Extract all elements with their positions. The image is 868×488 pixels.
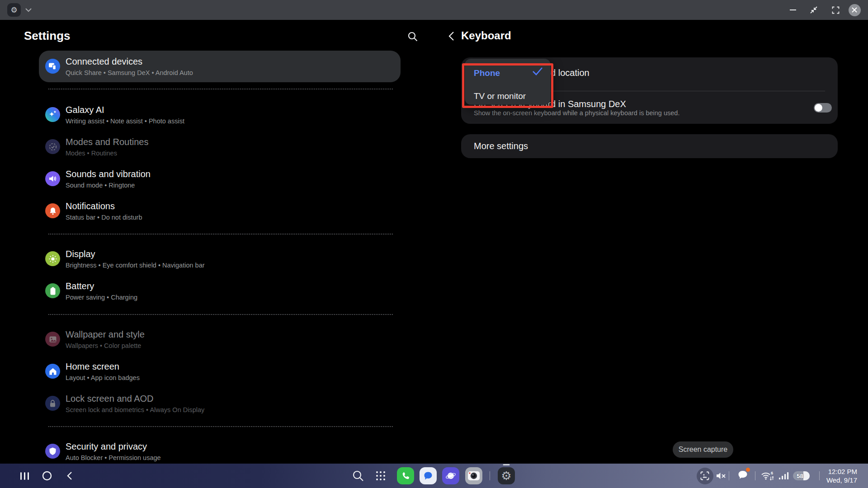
messages-app-icon[interactable]	[420, 467, 437, 484]
sidebar-item-modes-routines[interactable]: Modes and Routines Modes • Routines	[39, 131, 401, 163]
sidebar-item-galaxy-ai[interactable]: ✦✦ Galaxy AI Writing assist • Note assis…	[39, 99, 401, 131]
toggle-knob	[815, 104, 822, 112]
connected-devices-icon	[45, 59, 60, 74]
minimize-button[interactable]	[786, 0, 800, 20]
internet-app-icon[interactable]	[442, 467, 459, 484]
tray-screen-capture-button[interactable]	[696, 464, 713, 488]
item-subtitle: Auto Blocker • Permission usage	[66, 454, 161, 461]
sidebar-item-home-screen[interactable]: Home screen Layout • App icon badges	[39, 356, 401, 387]
item-subtitle: Brightness • Eye comfort shield • Naviga…	[66, 262, 205, 269]
item-subtitle: Power saving • Charging	[66, 294, 137, 301]
annotation-highlight-box	[462, 63, 553, 108]
speaker-icon	[45, 171, 60, 186]
sidebar-item-sounds-vibration[interactable]: Sounds and vibration Sound mode • Ringto…	[39, 163, 401, 195]
item-title: Home screen	[66, 361, 119, 372]
item-subtitle: Sound mode • Ringtone	[66, 182, 135, 189]
taskbar-separator	[490, 471, 490, 480]
item-subtitle: Status bar • Do not disturb	[66, 214, 142, 221]
item-title: Connected devices	[66, 56, 142, 67]
battery-indicator[interactable]: 58	[793, 471, 810, 480]
item-subtitle: Quick Share • Samsung DeX • Android Auto	[66, 69, 193, 76]
home-button[interactable]	[40, 464, 54, 488]
item-subtitle: Writing assist • Note assist • Photo ass…	[66, 117, 184, 125]
taskbar-search-button[interactable]	[349, 467, 367, 484]
recents-button[interactable]	[17, 464, 32, 488]
active-app-indicator	[503, 464, 510, 465]
back-icon	[66, 471, 72, 480]
home-icon	[45, 364, 60, 379]
item-title: Lock screen and AOD	[66, 394, 154, 404]
item-title: Security and privacy	[66, 441, 147, 452]
planet-icon	[445, 470, 456, 481]
tray-mute-button[interactable]	[714, 464, 728, 488]
gear-icon: ⚙	[501, 470, 511, 482]
item-title: Notifications	[66, 201, 115, 211]
recents-icon	[20, 472, 29, 480]
sidebar-item-security-privacy[interactable]: Security and privacy Auto Blocker • Perm…	[39, 436, 401, 467]
screen-capture-icon	[700, 471, 709, 480]
bell-icon	[45, 203, 60, 218]
detail-page-title: Keyboard	[461, 29, 511, 42]
item-subtitle: Layout • App icon badges	[66, 374, 140, 381]
samsung-dex-settings-window: ⚙	[0, 0, 868, 488]
clock[interactable]: 12:02 PM Wed, 9/17	[826, 467, 857, 484]
item-subtitle: Screen lock and biometrics • Always On D…	[66, 406, 204, 413]
divider	[48, 314, 393, 315]
taskbar: ⚙	[0, 464, 868, 488]
close-button[interactable]	[847, 0, 862, 20]
camera-app-icon[interactable]	[465, 467, 482, 484]
phone-app-icon[interactable]	[397, 467, 414, 484]
item-title: Wallpaper and style	[66, 329, 145, 340]
restore-window-button[interactable]	[807, 0, 821, 20]
sidebar-item-wallpaper-style[interactable]: Wallpaper and style Wallpapers • Color p…	[39, 324, 401, 355]
divider	[48, 234, 393, 235]
settings-app-icon[interactable]: ⚙	[7, 3, 21, 17]
wifi-6-icon: 6	[760, 470, 774, 481]
wifi-status[interactable]: 6	[760, 464, 775, 488]
tray-separator	[729, 471, 729, 480]
item-title: Modes and Routines	[66, 137, 148, 147]
tray-separator	[819, 471, 820, 480]
item-subtitle: Wallpapers • Color palette	[66, 342, 141, 349]
shield-icon	[45, 444, 60, 459]
back-nav-button[interactable]	[62, 464, 76, 488]
sidebar-item-display[interactable]: Display Brightness • Eye comfort shield …	[39, 243, 401, 275]
tray-separator	[755, 471, 755, 480]
titlebar-menu-chevron-icon[interactable]	[25, 8, 32, 12]
app-grid-icon	[376, 471, 385, 480]
signal-status[interactable]	[778, 464, 790, 488]
gear-icon: ⚙	[10, 6, 17, 14]
more-settings-label: More settings	[474, 134, 528, 158]
tray-chat-notification[interactable]	[735, 464, 751, 488]
onscreen-keyboard-dex-toggle[interactable]	[814, 103, 832, 113]
window-titlebar: ⚙	[0, 0, 868, 20]
phone-handset-icon	[401, 471, 410, 480]
app-grid-button[interactable]	[372, 467, 389, 484]
search-icon	[407, 31, 418, 42]
wallpaper-icon	[45, 332, 60, 347]
more-settings-card[interactable]: More settings	[461, 134, 838, 158]
camera-icon	[467, 470, 481, 482]
sun-icon	[45, 251, 60, 266]
battery-percent: 58	[793, 471, 807, 480]
item-title: Galaxy AI	[66, 105, 104, 115]
item-subtitle: Modes • Routines	[66, 150, 117, 157]
fullscreen-button[interactable]	[828, 0, 843, 20]
item-title: Sounds and vibration	[66, 169, 151, 179]
sidebar-item-battery[interactable]: Battery Power saving • Charging	[39, 275, 401, 307]
row-onscreen-keyboard-dex-subtitle: Show the on-screen keyboard while a phys…	[474, 109, 679, 117]
back-button[interactable]	[445, 30, 458, 42]
clock-time: 12:02 PM	[826, 467, 857, 476]
sidebar-item-connected-devices[interactable]: Connected devices Quick Share • Samsung …	[39, 51, 401, 82]
mute-speaker-icon	[716, 471, 726, 480]
modes-routines-icon	[45, 139, 60, 154]
close-icon	[852, 7, 857, 13]
sidebar-item-notifications[interactable]: Notifications Status bar • Do not distur…	[39, 195, 401, 227]
search-button[interactable]	[406, 30, 420, 43]
chat-bubble-icon	[423, 471, 433, 481]
item-title: Display	[66, 249, 95, 259]
settings-app-taskbar-icon[interactable]: ⚙	[498, 467, 515, 484]
fullscreen-icon	[832, 6, 840, 14]
sidebar-item-lock-screen[interactable]: Lock screen and AOD Screen lock and biom…	[39, 388, 401, 419]
item-title: Battery	[66, 281, 94, 291]
